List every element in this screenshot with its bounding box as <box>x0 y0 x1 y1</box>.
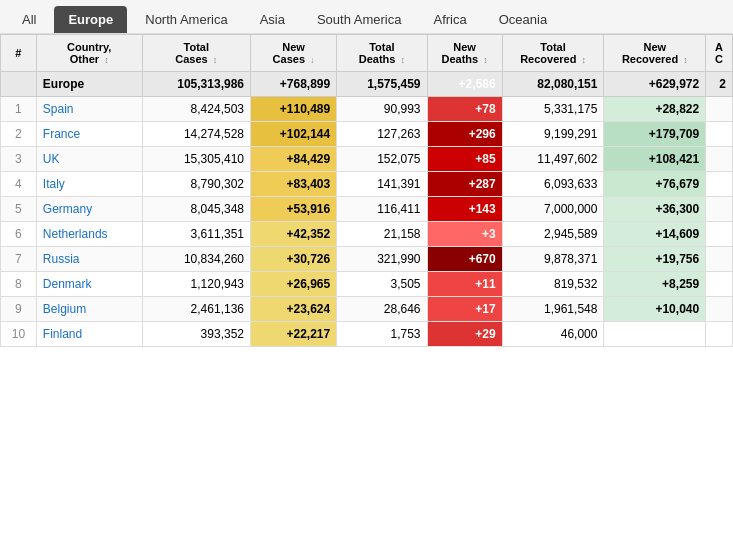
cell-active <box>706 297 733 322</box>
cell-rank: 5 <box>1 197 37 222</box>
cell-active <box>706 172 733 197</box>
cell-active <box>706 147 733 172</box>
summary-label: Europe <box>36 72 142 97</box>
cell-country[interactable]: Spain <box>36 97 142 122</box>
table-row: 6Netherlands3,611,351+42,35221,158+32,94… <box>1 222 733 247</box>
data-table-container: # Country,Other ↕ TotalCases ↕ NewCases … <box>0 34 733 347</box>
cell-total-recovered: 1,961,548 <box>502 297 604 322</box>
cell-new-cases: +22,217 <box>251 322 337 347</box>
tab-asia[interactable]: Asia <box>246 6 299 33</box>
table-row: 4Italy8,790,302+83,403141,391+2876,093,6… <box>1 172 733 197</box>
tab-bar: All Europe North America Asia South Amer… <box>0 0 733 34</box>
col-new-cases[interactable]: NewCases ↓ <box>251 35 337 72</box>
tab-south-america[interactable]: South America <box>303 6 416 33</box>
cell-total-deaths: 321,990 <box>337 247 427 272</box>
cell-active <box>706 222 733 247</box>
summary-new-recovered: +629,972 <box>604 72 706 97</box>
col-active[interactable]: AC <box>706 35 733 72</box>
cell-rank: 6 <box>1 222 37 247</box>
europe-summary-row: Europe 105,313,986 +768,899 1,575,459 +2… <box>1 72 733 97</box>
cell-new-deaths: +3 <box>427 222 502 247</box>
cell-new-deaths: +296 <box>427 122 502 147</box>
cell-total-cases: 14,274,528 <box>142 122 250 147</box>
col-total-recovered[interactable]: TotalRecovered ↕ <box>502 35 604 72</box>
summary-rank <box>1 72 37 97</box>
cell-total-cases: 8,790,302 <box>142 172 250 197</box>
cell-new-recovered: +179,709 <box>604 122 706 147</box>
col-new-deaths[interactable]: NewDeaths ↕ <box>427 35 502 72</box>
table-row: 3UK15,305,410+84,429152,075+8511,497,602… <box>1 147 733 172</box>
cell-new-recovered: +8,259 <box>604 272 706 297</box>
cell-country[interactable]: Italy <box>36 172 142 197</box>
cell-total-recovered: 2,945,589 <box>502 222 604 247</box>
cell-total-recovered: 11,497,602 <box>502 147 604 172</box>
cell-country[interactable]: UK <box>36 147 142 172</box>
cell-total-cases: 2,461,136 <box>142 297 250 322</box>
cell-country[interactable]: Denmark <box>36 272 142 297</box>
cell-active <box>706 322 733 347</box>
summary-new-deaths: +2,586 <box>427 72 502 97</box>
cell-total-recovered: 9,878,371 <box>502 247 604 272</box>
col-new-recovered[interactable]: NewRecovered ↕ <box>604 35 706 72</box>
cell-country[interactable]: Russia <box>36 247 142 272</box>
table-row: 8Denmark1,120,943+26,9653,505+11819,532+… <box>1 272 733 297</box>
cell-rank: 3 <box>1 147 37 172</box>
cell-country[interactable]: Germany <box>36 197 142 222</box>
cell-total-cases: 15,305,410 <box>142 147 250 172</box>
cell-new-deaths: +11 <box>427 272 502 297</box>
cell-country[interactable]: Netherlands <box>36 222 142 247</box>
cell-new-recovered: +108,421 <box>604 147 706 172</box>
cell-rank: 1 <box>1 97 37 122</box>
table-row: 9Belgium2,461,136+23,62428,646+171,961,5… <box>1 297 733 322</box>
cell-new-cases: +30,726 <box>251 247 337 272</box>
cell-country[interactable]: Finland <box>36 322 142 347</box>
cell-new-recovered <box>604 322 706 347</box>
cell-new-deaths: +29 <box>427 322 502 347</box>
cell-country[interactable]: France <box>36 122 142 147</box>
cell-country[interactable]: Belgium <box>36 297 142 322</box>
col-total-deaths[interactable]: TotalDeaths ↕ <box>337 35 427 72</box>
table-header-row: # Country,Other ↕ TotalCases ↕ NewCases … <box>1 35 733 72</box>
col-country[interactable]: Country,Other ↕ <box>36 35 142 72</box>
cell-total-cases: 3,611,351 <box>142 222 250 247</box>
cell-total-cases: 10,834,260 <box>142 247 250 272</box>
summary-total-deaths: 1,575,459 <box>337 72 427 97</box>
col-rank: # <box>1 35 37 72</box>
cell-new-deaths: +287 <box>427 172 502 197</box>
cell-new-cases: +23,624 <box>251 297 337 322</box>
cell-total-deaths: 90,993 <box>337 97 427 122</box>
cell-total-cases: 8,045,348 <box>142 197 250 222</box>
cell-total-deaths: 21,158 <box>337 222 427 247</box>
cell-active <box>706 122 733 147</box>
tab-oceania[interactable]: Oceania <box>485 6 561 33</box>
cell-total-deaths: 116,411 <box>337 197 427 222</box>
cell-new-deaths: +17 <box>427 297 502 322</box>
cell-active <box>706 197 733 222</box>
cell-new-recovered: +19,756 <box>604 247 706 272</box>
cell-new-recovered: +10,040 <box>604 297 706 322</box>
cell-rank: 10 <box>1 322 37 347</box>
cell-new-cases: +26,965 <box>251 272 337 297</box>
cell-new-cases: +102,144 <box>251 122 337 147</box>
cell-new-cases: +110,489 <box>251 97 337 122</box>
cell-new-recovered: +28,822 <box>604 97 706 122</box>
cell-total-cases: 1,120,943 <box>142 272 250 297</box>
cell-new-cases: +83,403 <box>251 172 337 197</box>
cell-total-deaths: 3,505 <box>337 272 427 297</box>
tab-north-america[interactable]: North America <box>131 6 241 33</box>
cell-total-recovered: 5,331,175 <box>502 97 604 122</box>
cell-total-recovered: 46,000 <box>502 322 604 347</box>
table-row: 5Germany8,045,348+53,916116,411+1437,000… <box>1 197 733 222</box>
tab-all[interactable]: All <box>8 6 50 33</box>
summary-total-recovered: 82,080,151 <box>502 72 604 97</box>
table-row: 7Russia10,834,260+30,726321,990+6709,878… <box>1 247 733 272</box>
col-total-cases[interactable]: TotalCases ↕ <box>142 35 250 72</box>
cell-rank: 9 <box>1 297 37 322</box>
cell-total-cases: 393,352 <box>142 322 250 347</box>
cell-total-recovered: 6,093,633 <box>502 172 604 197</box>
cell-total-deaths: 28,646 <box>337 297 427 322</box>
cell-total-deaths: 141,391 <box>337 172 427 197</box>
tab-africa[interactable]: Africa <box>419 6 480 33</box>
tab-europe[interactable]: Europe <box>54 6 127 33</box>
cell-active <box>706 247 733 272</box>
